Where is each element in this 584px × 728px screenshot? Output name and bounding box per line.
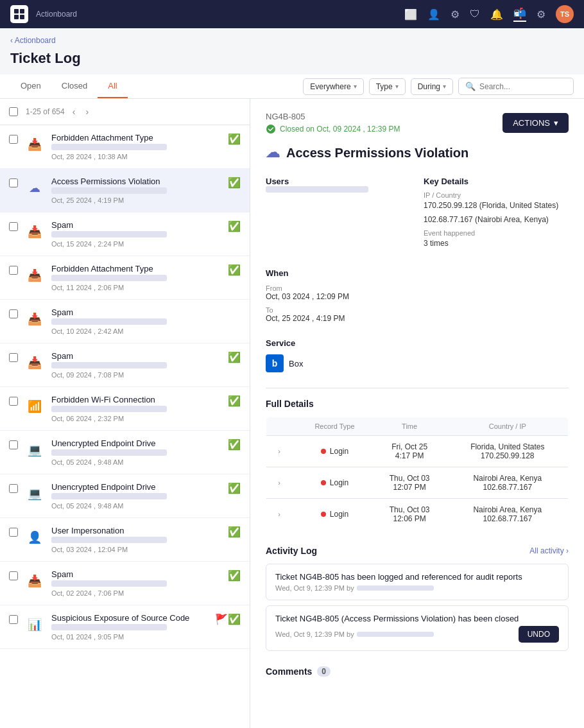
ticket-name: Unencrypted Endpoint Drive bbox=[51, 482, 228, 492]
ticket-checkbox[interactable] bbox=[9, 178, 18, 189]
tab-open[interactable]: Open bbox=[10, 74, 51, 98]
bell-icon[interactable]: 🔔 bbox=[490, 8, 503, 21]
ticket-date: Oct, 05 2024 , 9:48 AM bbox=[51, 458, 228, 466]
tab-all[interactable]: All bbox=[98, 74, 127, 98]
left-panel: 1-25 of 654 ‹ › 📥 Forbidden Attachment T… bbox=[0, 99, 250, 728]
avatar[interactable]: TS bbox=[556, 5, 574, 23]
status-closed-icon: ✅ bbox=[228, 133, 241, 145]
ticket-item[interactable]: 📶 Forbidden Wi-Fi Connection Oct, 06 202… bbox=[0, 387, 250, 431]
all-activity-link[interactable]: All activity › bbox=[529, 546, 569, 555]
ticket-content: Forbidden Wi-Fi Connection Oct, 06 2024 … bbox=[51, 395, 228, 422]
ticket-item[interactable]: 📥 Forbidden Attachment Type Oct, 11 2024… bbox=[0, 256, 250, 300]
expand-cell[interactable]: › bbox=[266, 467, 298, 499]
next-page-button[interactable]: › bbox=[83, 105, 91, 118]
event-happened-value: 3 times bbox=[424, 239, 569, 248]
settings-icon[interactable]: ⚙ bbox=[537, 8, 545, 21]
ticket-checkbox[interactable] bbox=[9, 397, 18, 408]
ticket-checkbox[interactable] bbox=[9, 528, 18, 539]
country-ip-cell: Florida, United States170.250.99.128 bbox=[447, 436, 569, 467]
ticket-type-icon: 📥 bbox=[24, 571, 45, 591]
ticket-date: Oct, 02 2024 , 7:06 PM bbox=[51, 589, 228, 597]
ticket-checkbox[interactable] bbox=[9, 266, 18, 277]
undo-button[interactable]: UNDO bbox=[519, 626, 559, 643]
status-closed-icon: ✅ bbox=[228, 438, 241, 451]
ticket-closed-status: Closed on Oct, 09 2024 , 12:39 PM bbox=[280, 125, 400, 134]
ticket-user-blur bbox=[51, 231, 167, 238]
ticket-content: Spam Oct, 10 2024 , 2:42 AM bbox=[51, 308, 241, 335]
expand-cell[interactable]: › bbox=[266, 436, 298, 467]
table-row: › Login Thu, Oct 0312:07 PM Nairobi Area… bbox=[266, 467, 569, 499]
status-closed-icon: ✅ bbox=[228, 177, 241, 189]
type-filter[interactable]: Type ▾ bbox=[369, 78, 406, 95]
ticket-checkbox[interactable] bbox=[9, 135, 18, 146]
table-row: › Login Thu, Oct 0312:06 PM Nairobi Area… bbox=[266, 499, 569, 530]
location-filter[interactable]: Everywhere ▾ bbox=[303, 78, 363, 95]
comments-label: Comments bbox=[266, 666, 312, 677]
ticket-checkbox[interactable] bbox=[9, 440, 18, 451]
ticket-item[interactable]: 📥 Spam Oct, 02 2024 , 7:06 PM ✅ bbox=[0, 562, 250, 605]
expand-icon[interactable]: › bbox=[278, 479, 280, 487]
ticket-item[interactable]: 👤 User Impersonation Oct, 03 2024 , 12:0… bbox=[0, 518, 250, 562]
actions-button[interactable]: ACTIONS ▾ bbox=[502, 113, 569, 133]
search-input[interactable] bbox=[479, 82, 567, 91]
tabs-bar: Open Closed All Everywhere ▾ Type ▾ Duri… bbox=[0, 74, 584, 99]
service-label: Service bbox=[266, 338, 569, 348]
ticket-content: Unencrypted Endpoint Drive Oct, 05 2024 … bbox=[51, 438, 228, 466]
ticket-checkbox[interactable] bbox=[9, 309, 18, 320]
app-logo[interactable] bbox=[10, 5, 28, 23]
inbox-icon[interactable]: 📬 bbox=[513, 7, 526, 22]
svg-rect-0 bbox=[14, 9, 19, 13]
search-box[interactable]: 🔍 bbox=[458, 78, 574, 95]
ticket-item[interactable]: 📥 Spam Oct, 15 2024 , 2:24 PM ✅ bbox=[0, 212, 250, 256]
shield-icon[interactable]: 🛡 bbox=[470, 8, 480, 20]
ticket-item[interactable]: 📥 Spam Oct, 09 2024 , 7:08 PM ✅ bbox=[0, 343, 250, 387]
chevron-down-icon: ▾ bbox=[554, 118, 558, 128]
record-type-cell: Login bbox=[297, 499, 372, 530]
from-row: From Oct, 03 2024 , 12:09 PM bbox=[266, 284, 569, 301]
ticket-type-icon: 📊 bbox=[24, 614, 45, 635]
select-all-checkbox[interactable] bbox=[9, 107, 18, 116]
ticket-item[interactable]: 💻 Unencrypted Endpoint Drive Oct, 05 202… bbox=[0, 431, 250, 474]
ticket-date: Oct, 11 2024 , 2:06 PM bbox=[51, 284, 228, 291]
ticket-user-blur bbox=[51, 144, 167, 150]
user-icon[interactable]: 👤 bbox=[427, 8, 440, 21]
ticket-item[interactable]: 📊 Suspicious Exposure of Source Code Oct… bbox=[0, 605, 250, 649]
ticket-checkbox[interactable] bbox=[9, 484, 18, 495]
monitor-icon[interactable]: ⬜ bbox=[404, 8, 417, 21]
prev-page-button[interactable]: ‹ bbox=[70, 105, 78, 118]
expand-cell[interactable]: › bbox=[266, 499, 298, 530]
key-details-section: Key Details IP / Country 170.250.99.128 … bbox=[424, 177, 569, 253]
breadcrumb[interactable]: Actionboard bbox=[0, 28, 584, 48]
ticket-item[interactable]: 📥 Forbidden Attachment Type Oct, 28 2024… bbox=[0, 125, 250, 169]
users-section: Users bbox=[266, 177, 411, 253]
ticket-checkbox[interactable] bbox=[9, 615, 18, 626]
activity-user-blur bbox=[357, 632, 434, 637]
ticket-content: User Impersonation Oct, 03 2024 , 12:04 … bbox=[51, 526, 228, 553]
detail-header: NG4B-805 Closed on Oct, 09 2024 , 12:39 … bbox=[266, 112, 569, 134]
expand-icon[interactable]: › bbox=[278, 510, 280, 518]
service-name: Box bbox=[289, 359, 303, 368]
ticket-content: Access Permissions Violation Oct, 25 202… bbox=[51, 177, 228, 204]
ticket-checkbox[interactable] bbox=[9, 571, 18, 582]
expand-icon[interactable]: › bbox=[278, 447, 280, 455]
status-closed-icon: ✅ bbox=[228, 395, 241, 407]
network-icon[interactable]: ⚙ bbox=[451, 8, 459, 21]
ticket-item[interactable]: ☁ Access Permissions Violation Oct, 25 2… bbox=[0, 169, 250, 212]
ticket-type-icon: 📥 bbox=[24, 352, 45, 373]
full-details-label: Full Details bbox=[266, 399, 569, 409]
ticket-checkbox[interactable] bbox=[9, 222, 18, 233]
ticket-user-blur bbox=[51, 275, 167, 281]
ticket-item[interactable]: 📥 Spam Oct, 10 2024 , 2:42 AM bbox=[0, 300, 250, 343]
svg-rect-3 bbox=[20, 15, 24, 19]
tab-closed[interactable]: Closed bbox=[51, 74, 98, 98]
during-filter[interactable]: During ▾ bbox=[411, 78, 453, 95]
ticket-checkbox[interactable] bbox=[9, 353, 18, 364]
ticket-name: Suspicious Exposure of Source Code bbox=[51, 613, 215, 623]
ticket-name: User Impersonation bbox=[51, 526, 228, 535]
event-happened-label: Event happened bbox=[424, 229, 569, 237]
ticket-user-blur bbox=[51, 580, 167, 587]
ticket-item[interactable]: 💻 Unencrypted Endpoint Drive Oct, 05 202… bbox=[0, 474, 250, 518]
ticket-content: Spam Oct, 09 2024 , 7:08 PM bbox=[51, 351, 228, 379]
ticket-name: Spam bbox=[51, 308, 241, 317]
ticket-type-icon: 📥 bbox=[24, 221, 45, 242]
